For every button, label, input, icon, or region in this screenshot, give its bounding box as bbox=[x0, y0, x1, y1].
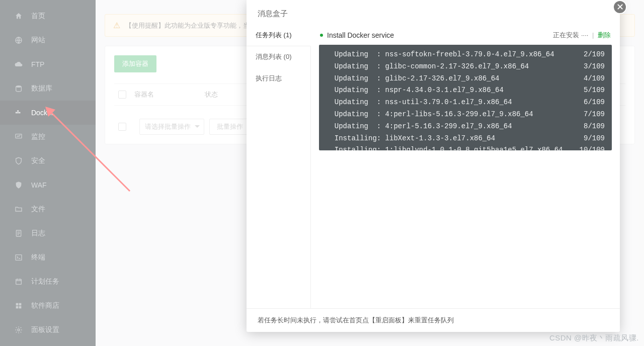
modal-right: Install Docker service 正在安装 ···· | 删除 Up… bbox=[311, 25, 620, 308]
loading-dots: ···· bbox=[581, 31, 588, 39]
terminal-row: Updating : glibc-common-2.17-326.el7_9.x… bbox=[326, 61, 605, 73]
terminal-row: Updating : 4:perl-libs-5.16.3-299.el7_9.… bbox=[326, 109, 605, 121]
message-box-modal: ✕ 消息盒子 任务列表 (1) 消息列表 (0) 执行日志 Install Do… bbox=[247, 0, 620, 332]
terminal-output[interactable]: Updating : nss-softokn-freebl-3.79.0-4.e… bbox=[319, 45, 612, 150]
modal-footer: 若任务长时间未执行，请尝试在首页点【重启面板】来重置任务队列 bbox=[247, 308, 620, 332]
terminal-row: Updating : glibc-2.17-326.el7_9.x86_644/… bbox=[326, 73, 605, 85]
watermark: CSDN @昨夜丶雨疏风骤. bbox=[549, 333, 639, 343]
terminal-row: Updating : nss-softokn-freebl-3.79.0-4.e… bbox=[326, 49, 605, 61]
modal-title: 消息盒子 bbox=[247, 0, 620, 25]
terminal-row: Installing: 1:libglvnd-1.0.1-0.8.git5baa… bbox=[326, 144, 605, 150]
tab-task-list[interactable]: 任务列表 (1) bbox=[247, 25, 311, 46]
delete-link[interactable]: 删除 bbox=[598, 31, 611, 39]
terminal-row: Updating : nspr-4.34.0-3.1.el7_9.x86_645… bbox=[326, 84, 605, 97]
status-dot-icon bbox=[320, 34, 323, 37]
task-line: Install Docker service 正在安装 ···· | 删除 bbox=[319, 28, 612, 45]
tab-message-list[interactable]: 消息列表 (0) bbox=[247, 46, 310, 68]
terminal-row: Installing: libXext-1.3.3-3.el7.x86_649/… bbox=[326, 133, 605, 145]
terminal-row: Updating : nss-util-3.79.0-1.el7_9.x86_6… bbox=[326, 97, 605, 109]
modal-close-button[interactable]: ✕ bbox=[613, 0, 627, 14]
close-icon: ✕ bbox=[616, 2, 624, 13]
task-name: Install Docker service bbox=[327, 31, 394, 39]
tab-exec-log[interactable]: 执行日志 bbox=[247, 68, 310, 90]
status-text: 正在安装 bbox=[553, 31, 579, 39]
terminal-row: Updating : 4:perl-5.16.3-299.el7_9.x86_6… bbox=[326, 121, 605, 133]
modal-tabs: 任务列表 (1) 消息列表 (0) 执行日志 bbox=[247, 25, 311, 308]
separator: | bbox=[592, 31, 594, 39]
